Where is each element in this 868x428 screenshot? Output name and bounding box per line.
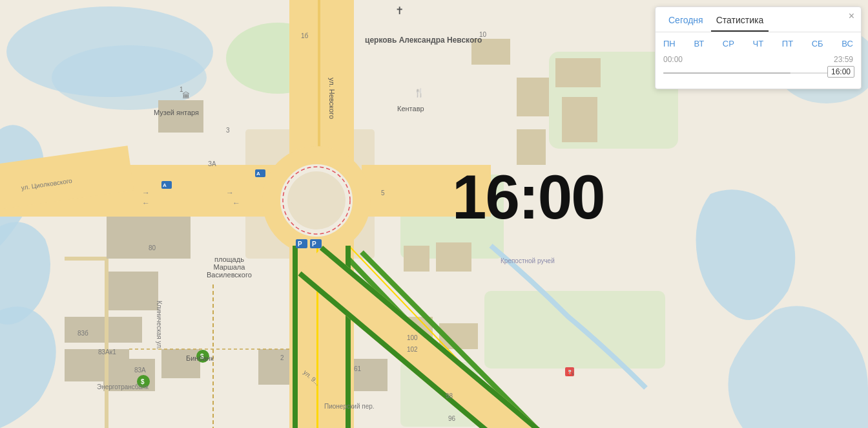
svg-rect-21 <box>65 317 142 343</box>
day-sun[interactable]: ВС <box>842 39 853 48</box>
svg-text:→: → <box>142 188 150 197</box>
tab-statistics[interactable]: Статистика <box>711 12 769 32</box>
svg-rect-14 <box>517 129 546 165</box>
svg-rect-7 <box>484 291 665 369</box>
svg-rect-27 <box>158 100 203 133</box>
day-mon[interactable]: ПН <box>663 39 676 48</box>
svg-rect-17 <box>404 246 429 272</box>
svg-rect-10 <box>471 39 510 65</box>
time-start: 00:00 <box>663 55 683 64</box>
day-wed[interactable]: СР <box>723 39 734 48</box>
time-end: 23:59 <box>834 55 853 64</box>
svg-text:ул. Невского: ул. Невского <box>328 78 336 119</box>
svg-rect-20 <box>107 272 158 310</box>
svg-text:A: A <box>163 182 167 188</box>
svg-rect-13 <box>562 97 597 142</box>
day-thu[interactable]: ЧТ <box>753 39 764 48</box>
close-button[interactable]: × <box>849 11 854 21</box>
svg-text:$: $ <box>141 378 145 385</box>
svg-text:$: $ <box>200 353 204 360</box>
svg-rect-26 <box>349 359 388 391</box>
svg-text:P: P <box>312 241 316 248</box>
svg-rect-11 <box>517 78 549 116</box>
svg-text:🏛: 🏛 <box>182 91 190 100</box>
svg-text:→: → <box>226 188 234 197</box>
svg-text:🍴: 🍴 <box>414 87 425 98</box>
slider-container[interactable]: 16:00 <box>663 67 853 80</box>
svg-text:A: A <box>256 171 260 177</box>
svg-text:P: P <box>298 241 302 248</box>
slider-fill <box>663 72 790 74</box>
svg-point-36 <box>287 171 346 230</box>
svg-text:⛽: ⛽ <box>567 369 575 376</box>
tab-today[interactable]: Сегодня <box>663 12 708 32</box>
svg-rect-31 <box>362 165 491 217</box>
panel-tabs: Сегодня Статистика × <box>656 7 861 32</box>
slider-track[interactable]: 16:00 <box>663 72 853 74</box>
svg-rect-18 <box>436 242 471 272</box>
slider-thumb: 16:00 <box>827 66 854 78</box>
day-fri[interactable]: ПТ <box>782 39 793 48</box>
svg-rect-24 <box>161 349 200 378</box>
svg-rect-12 <box>555 58 601 87</box>
svg-text:←: ← <box>232 198 240 208</box>
svg-rect-43 <box>293 246 298 428</box>
stats-panel: Сегодня Статистика × ПН ВТ СР ЧТ ПТ СБ В… <box>655 6 862 89</box>
svg-text:←: ← <box>142 198 150 208</box>
day-row: ПН ВТ СР ЧТ ПТ СБ ВС <box>663 39 853 48</box>
svg-text:✝: ✝ <box>395 5 404 16</box>
day-sat[interactable]: СБ <box>812 39 823 48</box>
map-container: → ← → ← P P A A ул. Невского <box>0 0 868 428</box>
day-tue[interactable]: ВТ <box>694 39 704 48</box>
panel-body: ПН ВТ СР ЧТ ПТ СБ ВС 00:00 23:59 16:00 <box>656 32 861 89</box>
time-range-row: 00:00 23:59 <box>663 55 853 64</box>
